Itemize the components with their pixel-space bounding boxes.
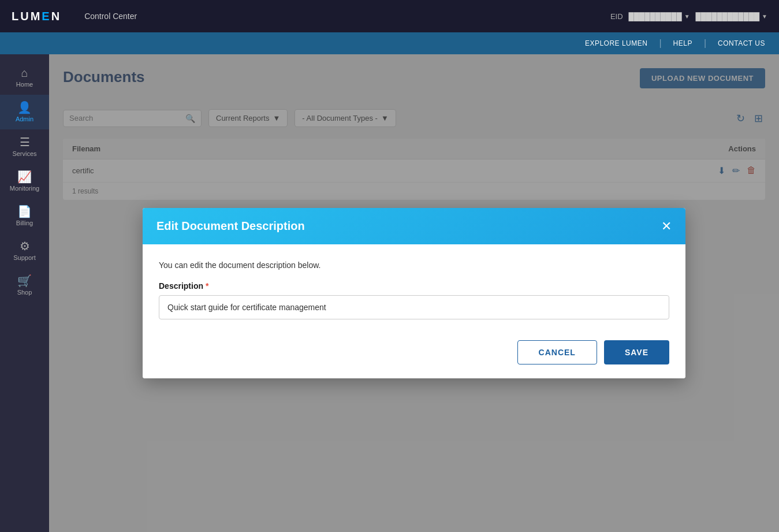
sidebar-item-support[interactable]: ⚙ Support [0, 233, 49, 268]
nav-separator: | [704, 38, 706, 49]
logo-text: LUMEN [12, 10, 61, 23]
services-icon: ☰ [20, 136, 30, 148]
sidebar: ⌂ Home 👤 Admin ☰ Services 📈 Monitoring 📄… [0, 54, 49, 532]
sidebar-label-admin: Admin [16, 116, 33, 122]
modal-body: You can edit the document description be… [143, 244, 685, 331]
cancel-button[interactable]: CANCEL [517, 340, 597, 364]
account-value: ████████████ [696, 12, 760, 21]
contact-link[interactable]: CONTACT US [718, 39, 765, 47]
billing-icon: 📄 [17, 206, 32, 217]
modal-title: Edit Document Description [156, 220, 305, 233]
modal-overlay: Edit Document Description ✕ You can edit… [49, 54, 779, 532]
description-label-text: Description [159, 281, 203, 291]
sidebar-item-shop[interactable]: 🛒 Shop [0, 268, 49, 303]
sidebar-item-monitoring[interactable]: 📈 Monitoring [0, 164, 49, 199]
sidebar-item-home[interactable]: ⌂ Home [0, 60, 49, 95]
description-input[interactable] [159, 295, 669, 319]
help-link[interactable]: HELP [673, 39, 692, 47]
sidebar-item-services[interactable]: ☰ Services [0, 129, 49, 164]
eid-label: EID [610, 12, 623, 21]
eid-dropdown[interactable]: ██████████ ▼ [629, 12, 690, 21]
content-area: Documents UPLOAD NEW DOCUMENT 🔍 Current … [49, 54, 779, 532]
home-icon: ⌂ [21, 67, 28, 79]
sidebar-label-home: Home [16, 81, 33, 88]
modal-close-button[interactable]: ✕ [661, 220, 672, 233]
eid-value: ██████████ [629, 12, 682, 21]
nav-separator: | [659, 38, 661, 49]
main-layout: ⌂ Home 👤 Admin ☰ Services 📈 Monitoring 📄… [0, 54, 779, 532]
support-icon: ⚙ [20, 240, 30, 252]
description-label: Description * [159, 281, 669, 291]
sidebar-label-monitoring: Monitoring [10, 185, 39, 192]
sidebar-item-billing[interactable]: 📄 Billing [0, 199, 49, 233]
modal-header: Edit Document Description ✕ [143, 208, 685, 244]
admin-icon: 👤 [17, 102, 32, 113]
secondary-nav: EXPLORE LUMEN | HELP | CONTACT US [0, 32, 779, 54]
top-bar: LUMEN Control Center EID ██████████ ▼ ██… [0, 0, 779, 32]
edit-document-modal: Edit Document Description ✕ You can edit… [143, 208, 685, 378]
app-title: Control Center [84, 12, 137, 21]
modal-description: You can edit the document description be… [159, 261, 669, 270]
required-indicator: * [206, 281, 208, 291]
top-bar-right: EID ██████████ ▼ ████████████ ▼ [610, 12, 767, 21]
chevron-down-icon: ▼ [684, 13, 690, 20]
monitoring-icon: 📈 [17, 171, 32, 183]
sidebar-label-support: Support [13, 254, 36, 261]
sidebar-label-services: Services [12, 150, 36, 157]
explore-link[interactable]: EXPLORE LUMEN [585, 39, 648, 47]
sidebar-label-billing: Billing [16, 220, 33, 226]
chevron-down-icon: ▼ [762, 13, 767, 20]
sidebar-label-shop: Shop [17, 289, 32, 296]
account-dropdown[interactable]: ████████████ ▼ [696, 12, 767, 21]
modal-footer: CANCEL SAVE [143, 331, 685, 378]
sidebar-item-admin[interactable]: 👤 Admin [0, 95, 49, 129]
shop-icon: 🛒 [17, 275, 32, 287]
logo: LUMEN [12, 10, 61, 23]
save-button[interactable]: SAVE [604, 340, 669, 364]
